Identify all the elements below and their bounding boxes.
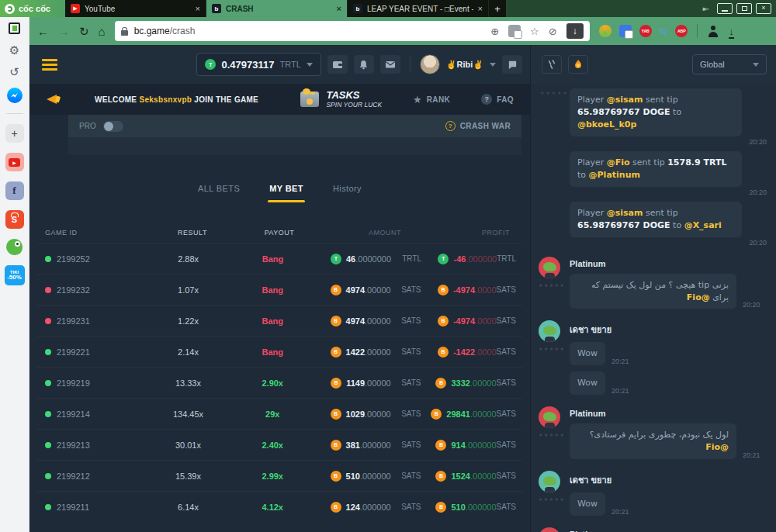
- profit-unit: SATS: [497, 472, 516, 480]
- back-button[interactable]: ←: [37, 26, 49, 37]
- status-dot: [45, 473, 51, 479]
- result-multiplier: 134.45x: [143, 409, 234, 419]
- game-id: 2199231: [57, 316, 90, 326]
- table-row[interactable]: 2199232 1.07x Bang 4974.00000 SATS -4974…: [37, 274, 522, 305]
- maximize-button[interactable]: [736, 3, 752, 14]
- table-row[interactable]: 2199231 1.22x Bang 4974.00000 SATS -4974…: [37, 305, 522, 336]
- shield-icon[interactable]: ⊘: [549, 26, 557, 37]
- close-tab-icon[interactable]: ×: [337, 5, 341, 13]
- browser-toolbar: ← → ↻ ⌂ bc.game/crash ⊕ ☆ ⊘ ↓ YAB IQ ABP…: [29, 17, 776, 45]
- tab-all-bets[interactable]: ALL BETS: [198, 184, 240, 202]
- table-row[interactable]: 2199211 6.14x 4.12x 124.000000 SATS 510.…: [37, 491, 522, 522]
- sidebar-toggle-icon[interactable]: [9, 22, 20, 34]
- balance-selector[interactable]: 0.47973117 TRTL: [196, 53, 320, 76]
- settings-gear-icon[interactable]: ⚙: [9, 44, 19, 56]
- mention-link[interactable]: @Fio: [705, 442, 729, 452]
- rail-divider: [6, 113, 23, 114]
- chat-message-list[interactable]: ★★★★★ Player @sisam sent tip 65.98769767…: [531, 84, 776, 532]
- table-row[interactable]: 2199212 15.39x 2.99x 510.000000 SATS 152…: [37, 460, 522, 491]
- user-avatar[interactable]: [420, 54, 440, 74]
- chat-username[interactable]: เดชา ขยาย: [570, 473, 768, 487]
- profit-unit: SATS: [497, 316, 516, 325]
- mention-link[interactable]: @bkoeL_k0p: [577, 119, 636, 130]
- tab-crash[interactable]: b CRASH ×: [206, 0, 348, 17]
- mention-link[interactable]: @Fio: [607, 157, 630, 168]
- tiki-shortcut-icon[interactable]: TIKI -50%: [5, 265, 25, 285]
- extension-abp-icon[interactable]: ABP: [675, 25, 688, 37]
- coin-drop-fire-button[interactable]: [568, 55, 588, 74]
- chat-toggle-button[interactable]: [502, 55, 522, 74]
- mention-link[interactable]: @sisam: [607, 95, 643, 105]
- mention-link[interactable]: @Fio: [687, 292, 710, 302]
- zoom-add-icon[interactable]: ⊕: [490, 26, 499, 37]
- home-button[interactable]: ⌂: [99, 26, 106, 37]
- messages-envelope-button[interactable]: [380, 55, 400, 74]
- new-tab-button[interactable]: +: [489, 0, 506, 17]
- coccoc-logo[interactable]: cốc cốc: [0, 0, 65, 17]
- table-row[interactable]: 2199214 134.45x 29x 1029.00000 SATS 2984…: [37, 398, 522, 429]
- chat-username[interactable]: เดชา ขยาย: [570, 323, 768, 337]
- translate-page-icon[interactable]: [508, 25, 521, 37]
- download-page-button[interactable]: ↓: [566, 23, 584, 39]
- address-bar[interactable]: bc.game/crash ⊕ ☆ ⊘ ↓: [115, 21, 590, 41]
- extension-updater-icon[interactable]: [599, 25, 611, 37]
- youtube-shortcut-icon[interactable]: ▶: [5, 153, 24, 171]
- coin-rain-button[interactable]: [542, 55, 562, 74]
- rank-link[interactable]: ★ RANK: [413, 94, 450, 105]
- crash-panel-footer: [68, 137, 521, 155]
- avatar[interactable]: [539, 527, 560, 532]
- username[interactable]: ✌Ribi✌: [446, 60, 483, 70]
- chat-message-bubble: بزنی tip هیچی ؟ من لول یک نیستم که برای …: [570, 274, 736, 309]
- pro-toggle[interactable]: [103, 121, 123, 132]
- table-row[interactable]: 2199213 30.01x 2.40x 381.000000 SATS 914…: [37, 429, 522, 460]
- shopee-shortcut-icon[interactable]: S: [5, 210, 24, 229]
- table-row[interactable]: 2199219 13.33x 2.90x 1149.00000 SATS 333…: [37, 367, 522, 398]
- forward-button[interactable]: →: [58, 26, 70, 37]
- crash-war-link[interactable]: ? CRASH WAR: [445, 121, 511, 131]
- avatar[interactable]: [539, 320, 560, 342]
- mention-link[interactable]: @X_sari: [684, 220, 722, 230]
- close-tab-icon[interactable]: ×: [196, 5, 200, 13]
- notifications-bell-button[interactable]: [354, 55, 374, 74]
- mention-link[interactable]: @sisam: [607, 208, 643, 218]
- chat-username[interactable]: Platinum: [570, 409, 768, 418]
- avatar[interactable]: [539, 257, 560, 278]
- tab-my-bet[interactable]: MY BET: [269, 184, 303, 202]
- faq-link[interactable]: ? FAQ: [481, 94, 514, 105]
- coccoc-shortcut-icon[interactable]: [6, 239, 23, 255]
- mention-link[interactable]: @Platinum: [589, 170, 640, 180]
- wallet-button[interactable]: [327, 55, 348, 74]
- add-shortcut-button[interactable]: +: [5, 124, 24, 143]
- chat-channel-select[interactable]: Global: [692, 54, 767, 74]
- close-window-button[interactable]: ×: [756, 3, 771, 14]
- minimize-button[interactable]: [717, 3, 733, 14]
- amount-unit: SATS: [391, 285, 421, 294]
- history-icon[interactable]: ↺: [9, 66, 19, 78]
- tab-leap-year-event[interactable]: b LEAP YEAR EVENT - □Event - ( ×: [348, 0, 489, 17]
- extension-translate-icon[interactable]: [619, 25, 632, 37]
- reload-button[interactable]: ↻: [79, 26, 89, 37]
- avatar[interactable]: [539, 406, 560, 428]
- close-tab-icon[interactable]: ×: [478, 5, 483, 13]
- chat-message-bubble: Wow: [570, 342, 605, 365]
- collapse-icon[interactable]: ⇤: [703, 5, 709, 13]
- currency-coin-icon: [331, 254, 341, 264]
- extension-yab-icon[interactable]: YAB: [639, 25, 652, 37]
- downloads-tray-icon[interactable]: ↓: [729, 26, 734, 37]
- tab-youtube[interactable]: ▶ YouTube ×: [65, 0, 206, 17]
- facebook-shortcut-icon[interactable]: f: [5, 181, 24, 200]
- profile-icon[interactable]: [707, 25, 719, 37]
- chat-item: Player @sisam sent tip 65.98769767 DOGE …: [539, 202, 768, 247]
- extension-iq-icon[interactable]: IQ: [660, 27, 668, 36]
- messenger-icon[interactable]: [7, 88, 23, 103]
- menu-hamburger-icon[interactable]: [42, 59, 57, 71]
- table-row[interactable]: 2199221 2.14x Bang 1422.00000 SATS -1422…: [37, 336, 522, 367]
- user-stars: ★★★★★: [540, 90, 569, 95]
- tasks-link[interactable]: TASKS SPIN YOUR LUCK: [300, 90, 382, 109]
- chat-username[interactable]: Platinum: [570, 259, 768, 268]
- tab-history[interactable]: History: [333, 184, 362, 202]
- bookmark-star-icon[interactable]: ☆: [530, 26, 539, 37]
- table-row[interactable]: 2199252 2.88x Bang 46.0000000 TRTL -46.0…: [37, 243, 522, 274]
- avatar[interactable]: [539, 471, 560, 492]
- currency-coin-icon: [331, 502, 341, 513]
